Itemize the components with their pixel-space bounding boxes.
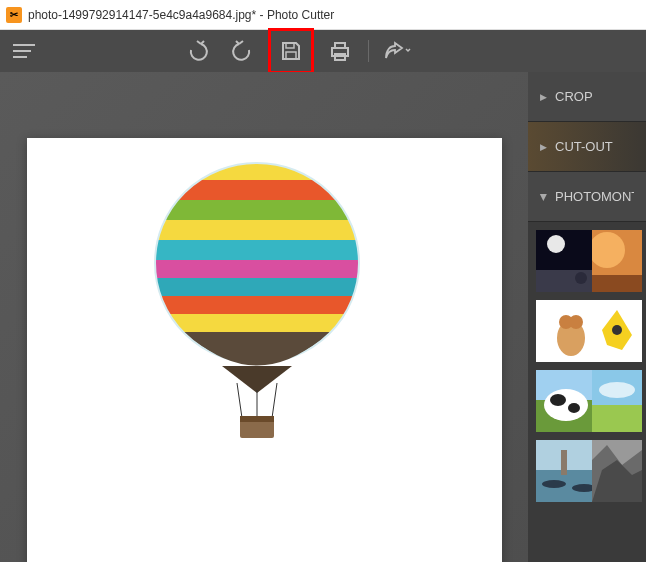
window-title: photo-1499792914147-5e4c9a4a9684.jpg* - … bbox=[28, 8, 334, 22]
svg-rect-3 bbox=[286, 43, 294, 48]
toolbar-divider bbox=[368, 40, 369, 62]
panel-photomontage[interactable]: ▶ PHOTOMONTAGE bbox=[528, 172, 646, 222]
thumbnail-splash[interactable] bbox=[592, 300, 642, 362]
svg-rect-16 bbox=[137, 296, 377, 314]
canvas-area bbox=[0, 72, 528, 562]
chevron-right-icon: ▶ bbox=[540, 92, 547, 102]
menu-button[interactable] bbox=[10, 37, 38, 65]
share-button[interactable] bbox=[379, 33, 415, 69]
chevron-right-icon: ▶ bbox=[540, 142, 547, 152]
svg-rect-31 bbox=[592, 275, 642, 292]
svg-rect-44 bbox=[592, 405, 642, 432]
svg-rect-4 bbox=[286, 52, 296, 59]
redo-button[interactable] bbox=[224, 33, 260, 69]
sidebar: ▶ CROP ▶ CUT-OUT ▶ PHOTOMONTAGE bbox=[528, 72, 646, 562]
panel-crop[interactable]: ▶ CROP bbox=[528, 72, 646, 122]
panel-label: CROP bbox=[555, 89, 593, 104]
svg-point-45 bbox=[599, 382, 635, 398]
svg-rect-12 bbox=[137, 220, 377, 240]
svg-point-37 bbox=[612, 325, 622, 335]
save-button[interactable] bbox=[273, 33, 309, 69]
svg-point-28 bbox=[575, 272, 587, 284]
panel-label: CUT-OUT bbox=[555, 139, 613, 154]
svg-rect-48 bbox=[561, 450, 567, 475]
thumbnail-rock[interactable] bbox=[592, 440, 642, 502]
thumbnail-planet[interactable] bbox=[592, 230, 642, 292]
balloon-image bbox=[137, 158, 377, 462]
toolbar-center bbox=[180, 28, 415, 74]
svg-point-35 bbox=[569, 315, 583, 329]
chevron-down-icon: ▶ bbox=[539, 193, 549, 200]
svg-point-49 bbox=[542, 480, 566, 488]
svg-line-20 bbox=[237, 383, 242, 418]
app-window: ✂ photo-1499792914147-5e4c9a4a9684.jpg* … bbox=[0, 0, 646, 562]
svg-rect-15 bbox=[137, 278, 377, 296]
save-highlight bbox=[268, 28, 314, 74]
svg-point-26 bbox=[547, 235, 565, 253]
svg-point-41 bbox=[550, 394, 566, 406]
svg-point-40 bbox=[544, 389, 588, 421]
app-icon: ✂ bbox=[6, 7, 22, 23]
svg-rect-10 bbox=[137, 180, 377, 200]
print-button[interactable] bbox=[322, 33, 358, 69]
svg-point-42 bbox=[568, 403, 580, 413]
svg-rect-13 bbox=[137, 240, 377, 260]
svg-line-22 bbox=[272, 383, 277, 418]
canvas[interactable] bbox=[27, 138, 502, 562]
hamburger-icon bbox=[13, 43, 35, 59]
panel-cutout[interactable]: ▶ CUT-OUT bbox=[528, 122, 646, 172]
body: ▶ CROP ▶ CUT-OUT ▶ PHOTOMONTAGE bbox=[0, 72, 646, 562]
redo-icon bbox=[231, 40, 253, 62]
thumbnail-grid bbox=[528, 222, 646, 510]
toolbar bbox=[0, 30, 646, 72]
share-icon bbox=[383, 40, 411, 62]
titlebar: ✂ photo-1499792914147-5e4c9a4a9684.jpg* … bbox=[0, 0, 646, 30]
svg-rect-14 bbox=[137, 260, 377, 278]
save-icon bbox=[280, 40, 302, 62]
print-icon bbox=[329, 40, 351, 62]
undo-button[interactable] bbox=[180, 33, 216, 69]
svg-rect-9 bbox=[137, 158, 377, 180]
panel-label: PHOTOMONTAGE bbox=[555, 189, 634, 204]
svg-rect-6 bbox=[335, 43, 345, 48]
svg-rect-24 bbox=[240, 416, 274, 422]
thumbnail-field[interactable] bbox=[592, 370, 642, 432]
undo-icon bbox=[187, 40, 209, 62]
svg-rect-17 bbox=[137, 314, 377, 332]
svg-rect-11 bbox=[137, 200, 377, 220]
